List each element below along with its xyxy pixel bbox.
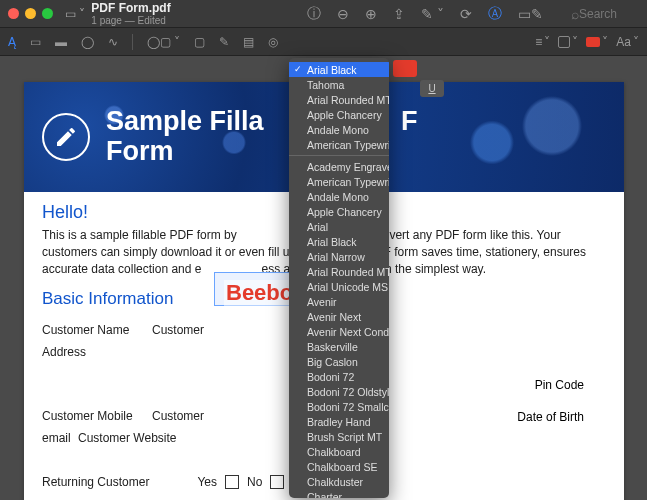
close-icon[interactable] — [8, 8, 19, 19]
search-input[interactable] — [579, 7, 639, 21]
label-address: Address — [42, 345, 152, 359]
font-option[interactable]: Brush Script MT — [289, 429, 389, 444]
label-mobile-2: Customer — [152, 409, 204, 423]
sidebar-toggle-icon[interactable]: ▭ ˅ — [65, 7, 85, 21]
font-option[interactable]: Avenir Next Condensed — [289, 324, 389, 339]
rect-select-icon[interactable]: ▭ — [30, 35, 41, 49]
label-customer-name: Customer Name — [42, 323, 152, 337]
lasso-icon[interactable]: ◯ — [81, 35, 94, 49]
label-website: Customer Website — [78, 431, 176, 445]
fill-color-dropdown[interactable]: ˅ — [586, 35, 608, 49]
text-selection-icon[interactable]: Ą — [8, 35, 16, 49]
stroke-style-dropdown[interactable]: ≡˅ — [535, 35, 550, 49]
font-option[interactable]: Baskerville — [289, 339, 389, 354]
font-option[interactable]: Chalkduster — [289, 474, 389, 489]
font-option[interactable]: American Typewriter — [289, 137, 389, 152]
label-yes: Yes — [197, 475, 217, 489]
text-icon[interactable]: ▢ — [194, 35, 205, 49]
minimize-icon[interactable] — [25, 8, 36, 19]
document-title: PDF Form.pdf — [91, 1, 170, 15]
font-option[interactable]: Andale Mono — [289, 122, 389, 137]
markup-toolbar: Ą ▭ ▬ ◯ ∿ ◯▢ ˅ ▢ ✎ ▤ ◎ ≡˅ ˅ ˅ Aa˅ — [0, 28, 647, 56]
loupe-icon[interactable]: ◎ — [268, 35, 278, 49]
search-icon: ⌕ — [571, 6, 579, 22]
font-option[interactable]: Andale Mono — [289, 189, 389, 204]
font-option[interactable]: Chalkboard — [289, 444, 389, 459]
font-option[interactable]: Tahoma — [289, 77, 389, 92]
maximize-icon[interactable] — [42, 8, 53, 19]
font-option[interactable]: Arial Rounded MT Bold — [289, 92, 389, 107]
font-option[interactable]: Avenir Next — [289, 309, 389, 324]
search-field[interactable]: ⌕ — [571, 6, 639, 22]
font-option[interactable]: Arial Black — [289, 62, 389, 77]
form-icon[interactable]: ▭✎ — [518, 6, 543, 22]
font-option[interactable]: Arial Black — [289, 234, 389, 249]
share-icon[interactable]: ⇪ — [393, 6, 405, 22]
rotate-icon[interactable]: ⟳ — [460, 6, 472, 22]
note-icon[interactable]: ▤ — [243, 35, 254, 49]
font-option[interactable]: Academy Engraved LET — [289, 159, 389, 174]
font-option[interactable]: Arial — [289, 219, 389, 234]
window-controls — [8, 8, 53, 19]
text-format-panel: U — [393, 60, 444, 117]
font-option[interactable]: Avenir — [289, 294, 389, 309]
font-dropdown-trigger[interactable]: Aa˅ — [616, 35, 639, 49]
font-option[interactable]: Arial Rounded MT Bold — [289, 264, 389, 279]
highlight-icon[interactable]: ✎ ˅ — [421, 6, 444, 22]
font-option[interactable]: Chalkboard SE — [289, 459, 389, 474]
label-dob: Date of Birth — [517, 410, 584, 424]
checkbox-no[interactable] — [270, 475, 284, 489]
checkbox-yes[interactable] — [225, 475, 239, 489]
font-option[interactable]: Arial Unicode MS — [289, 279, 389, 294]
shapes-icon[interactable]: ◯▢ ˅ — [147, 35, 180, 49]
font-option[interactable]: Bradley Hand — [289, 414, 389, 429]
label-customer-2: Customer — [152, 323, 204, 337]
markup-icon[interactable]: Ⓐ — [488, 5, 502, 23]
font-option[interactable]: Big Caslon — [289, 354, 389, 369]
label-no: No — [247, 475, 262, 489]
document-subtitle: 1 page — Edited — [91, 15, 170, 26]
label-mobile: Customer Mobile — [42, 409, 152, 423]
title-wrap: PDF Form.pdf 1 page — Edited — [91, 1, 170, 26]
info-icon[interactable]: ⓘ — [307, 5, 321, 23]
main-toolbar: ⓘ ⊖ ⊕ ⇪ ✎ ˅ ⟳ Ⓐ ▭✎ ⌕ — [307, 5, 639, 23]
zoom-out-icon[interactable]: ⊖ — [337, 6, 349, 22]
sign-icon[interactable]: ✎ — [219, 35, 229, 49]
font-option[interactable]: Apple Chancery — [289, 107, 389, 122]
font-family-menu[interactable]: Arial BlackTahomaArial Rounded MT BoldAp… — [289, 58, 389, 498]
label-pincode: Pin Code — [535, 378, 584, 392]
font-option[interactable]: Bodoni 72 Oldstyle — [289, 384, 389, 399]
edit-icon — [42, 113, 90, 161]
titlebar: ▭ ˅ PDF Form.pdf 1 page — Edited ⓘ ⊖ ⊕ ⇪… — [0, 0, 647, 28]
redact-icon[interactable]: ▬ — [55, 35, 67, 49]
font-option[interactable]: Apple Chancery — [289, 204, 389, 219]
label-email: email — [42, 431, 78, 445]
font-option[interactable]: American Typewriter — [289, 174, 389, 189]
font-option[interactable]: Charter — [289, 489, 389, 498]
border-color-dropdown[interactable]: ˅ — [558, 35, 578, 49]
font-option[interactable]: Bodoni 72 — [289, 369, 389, 384]
underline-button[interactable]: U — [420, 80, 444, 97]
label-returning: Returning Customer — [42, 475, 149, 489]
font-option[interactable]: Arial Narrow — [289, 249, 389, 264]
sketch-icon[interactable]: ∿ — [108, 35, 118, 49]
text-color-swatch[interactable] — [393, 60, 417, 77]
zoom-in-icon[interactable]: ⊕ — [365, 6, 377, 22]
font-option[interactable]: Bodoni 72 Smallcaps — [289, 399, 389, 414]
